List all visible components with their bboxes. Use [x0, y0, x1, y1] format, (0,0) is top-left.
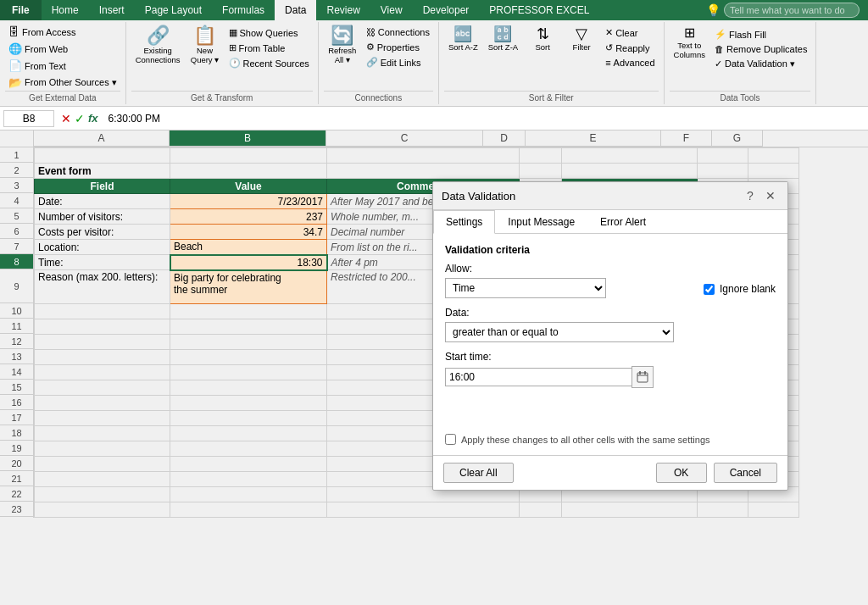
from-text-button[interactable]: 📄 From Text	[5, 58, 120, 74]
recent-sources-button[interactable]: 🕐 Recent Sources	[225, 56, 313, 70]
formula-input[interactable]	[105, 111, 865, 126]
sort-za-button[interactable]: 🔡 Sort Z-A	[484, 24, 522, 54]
dialog-tab-input-message[interactable]: Input Message	[495, 210, 587, 233]
col-header-d[interactable]: D	[483, 130, 526, 147]
cell-f1[interactable]	[698, 148, 748, 164]
row-header-7[interactable]: 7	[0, 239, 33, 254]
cell-e1[interactable]	[562, 148, 698, 164]
cell-a1[interactable]	[35, 148, 170, 164]
cell-b5[interactable]: 237	[170, 209, 327, 225]
edit-links-button[interactable]: 🔗 Edit Links	[363, 55, 433, 69]
sort-button[interactable]: ⇅ Sort	[524, 24, 561, 54]
cell-a9[interactable]: Reason (max 200. letters):	[35, 270, 170, 304]
remove-dup-button[interactable]: 🗑 Remove Duplicates	[711, 42, 810, 56]
from-table-button[interactable]: ⊞ From Table	[225, 41, 313, 55]
cell-c1[interactable]	[327, 148, 520, 164]
cell-g1[interactable]	[748, 148, 799, 164]
cell-b3[interactable]: Value	[170, 179, 327, 194]
data-validation-button[interactable]: ✓ Data Validation ▾	[711, 57, 810, 71]
tab-professor-excel[interactable]: PROFESSOR EXCEL	[479, 0, 599, 20]
connections-button[interactable]: ⛓ Connections	[363, 25, 433, 39]
cell-a2[interactable]: Event form	[35, 164, 170, 179]
calendar-picker-button[interactable]	[632, 366, 654, 388]
row-header-23[interactable]: 23	[0, 502, 33, 517]
cell-b8[interactable]: 18:30	[170, 255, 327, 270]
cell-b6[interactable]: 34.7	[170, 225, 327, 240]
row-header-5[interactable]: 5	[0, 208, 33, 224]
tab-insert[interactable]: Insert	[89, 0, 135, 20]
row-header-13[interactable]: 13	[0, 349, 33, 364]
tab-review[interactable]: Review	[316, 0, 370, 20]
dialog-tab-error-alert[interactable]: Error Alert	[587, 210, 659, 233]
from-access-button[interactable]: 🗄 From Access	[5, 24, 120, 40]
data-select[interactable]: greater than or equal to between not bet…	[445, 322, 674, 342]
col-header-a[interactable]: A	[34, 130, 170, 147]
col-header-b[interactable]: B	[170, 130, 326, 147]
cell-d1[interactable]	[520, 148, 562, 164]
allow-select[interactable]: Time Any value Whole number Decimal List…	[445, 278, 606, 298]
sort-az-button[interactable]: 🔤 Sort A-Z	[444, 24, 482, 54]
row-header-12[interactable]: 12	[0, 334, 33, 349]
row-header-15[interactable]: 15	[0, 380, 33, 395]
cell-b9[interactable]: Big party for celebratingthe summer	[170, 270, 327, 304]
cell-a6[interactable]: Costs per visitor:	[35, 225, 170, 240]
row-header-18[interactable]: 18	[0, 425, 33, 441]
col-header-c[interactable]: C	[326, 130, 483, 147]
clear-button[interactable]: ✕ Clear	[602, 25, 658, 40]
tab-file[interactable]: File	[0, 0, 42, 20]
dialog-close-button[interactable]: ✕	[762, 187, 779, 204]
cell-a8[interactable]: Time:	[35, 255, 170, 270]
refresh-all-button[interactable]: 🔄 RefreshAll ▾	[324, 24, 361, 68]
cell-b7[interactable]: Beach	[170, 240, 327, 255]
row-header-10[interactable]: 10	[0, 303, 33, 319]
col-header-g[interactable]: G	[712, 130, 763, 147]
tell-me-input[interactable]	[724, 3, 860, 18]
cell-g2[interactable]	[748, 164, 799, 179]
new-query-button[interactable]: 📋 NewQuery ▾	[186, 24, 224, 68]
cell-b2[interactable]	[170, 164, 327, 179]
tab-developer[interactable]: Developer	[413, 0, 480, 20]
cell-a5[interactable]: Number of visitors:	[35, 209, 170, 225]
tab-formulas[interactable]: Formulas	[212, 0, 275, 20]
tab-view[interactable]: View	[370, 0, 413, 20]
cell-a3[interactable]: Field	[35, 179, 170, 194]
row-header-20[interactable]: 20	[0, 456, 33, 471]
col-header-f[interactable]: F	[661, 130, 712, 147]
properties-button[interactable]: ⚙ Properties	[363, 40, 433, 54]
cell-b1[interactable]	[170, 148, 327, 164]
tab-data[interactable]: Data	[275, 0, 316, 20]
row-header-19[interactable]: 19	[0, 441, 33, 456]
row-header-9[interactable]: 9	[0, 269, 33, 303]
cell-b4[interactable]: 7/23/2017	[170, 194, 327, 209]
dialog-help-button[interactable]: ?	[742, 187, 759, 204]
row-header-14[interactable]: 14	[0, 364, 33, 380]
cell-a7[interactable]: Location:	[35, 240, 170, 255]
row-header-8[interactable]: 8	[0, 254, 33, 269]
cell-c2[interactable]	[327, 164, 520, 179]
start-time-input[interactable]	[445, 368, 632, 386]
flash-fill-button[interactable]: ⚡ Flash Fill	[711, 27, 810, 42]
row-header-16[interactable]: 16	[0, 395, 33, 410]
row-header-3[interactable]: 3	[0, 178, 33, 193]
ok-button[interactable]: OK	[656, 463, 707, 483]
row-header-6[interactable]: 6	[0, 224, 33, 239]
advanced-button[interactable]: ≡ Advanced	[602, 56, 658, 69]
dialog-tab-settings[interactable]: Settings	[433, 210, 495, 234]
from-web-button[interactable]: 🌐 From Web	[5, 41, 120, 57]
row-header-4[interactable]: 4	[0, 193, 33, 208]
ignore-blank-checkbox[interactable]	[704, 284, 715, 295]
tab-page-layout[interactable]: Page Layout	[135, 0, 212, 20]
col-header-e[interactable]: E	[526, 130, 661, 147]
row-header-21[interactable]: 21	[0, 471, 33, 486]
text-to-columns-button[interactable]: ⊞ Text toColumns	[670, 24, 710, 63]
row-header-22[interactable]: 22	[0, 486, 33, 502]
existing-connections-button[interactable]: 🔗 ExistingConnections	[131, 24, 185, 68]
cell-b10[interactable]	[170, 304, 327, 319]
cell-f2[interactable]	[698, 164, 748, 179]
from-other-button[interactable]: 📂 From Other Sources ▾	[5, 75, 120, 91]
clear-all-button[interactable]: Clear All	[443, 463, 514, 483]
cell-d2[interactable]	[520, 164, 562, 179]
row-header-1[interactable]: 1	[0, 147, 33, 163]
cell-a4[interactable]: Date:	[35, 194, 170, 209]
cancel-button[interactable]: Cancel	[714, 463, 777, 483]
